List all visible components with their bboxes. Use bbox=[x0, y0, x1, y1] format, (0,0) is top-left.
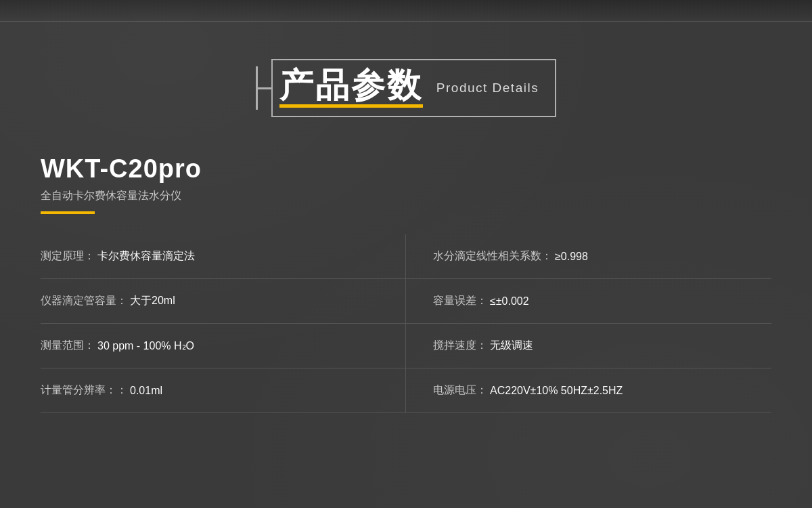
english-title: Product Details bbox=[436, 81, 539, 96]
spec-label-5: 搅拌速度： bbox=[433, 339, 487, 353]
spec-value-0: 卡尔费休容量滴定法 bbox=[97, 249, 195, 263]
specs-grid: 测定原理：卡尔费休容量滴定法水分滴定线性相关系数：≥0.998仪器滴定管容量：大… bbox=[41, 234, 771, 413]
spec-item-0: 测定原理：卡尔费休容量滴定法 bbox=[41, 234, 406, 279]
title-box: 产品参数 Product Details bbox=[271, 59, 556, 117]
spec-label-2: 仪器滴定管容量： bbox=[41, 294, 127, 308]
spec-item-1: 水分滴定线性相关系数：≥0.998 bbox=[406, 234, 771, 279]
spec-value-7: AC220V±10% 50HZ±2.5HZ bbox=[490, 385, 623, 397]
spec-value-1: ≥0.998 bbox=[555, 251, 588, 263]
product-subtitle: 全自动卡尔费休容量法水分仪 bbox=[41, 189, 771, 203]
spec-label-0: 测定原理： bbox=[41, 249, 95, 263]
bracket-horizontal-line bbox=[258, 87, 271, 89]
left-bracket bbox=[256, 66, 271, 110]
title-frame: 产品参数 Product Details bbox=[256, 59, 556, 117]
spec-item-3: 容量误差：≤±0.002 bbox=[406, 279, 771, 324]
spec-item-5: 搅拌速度：无级调速 bbox=[406, 324, 771, 368]
chinese-title: 产品参数 bbox=[279, 68, 423, 108]
spec-item-2: 仪器滴定管容量：大于20ml bbox=[41, 279, 406, 324]
spec-label-7: 电源电压： bbox=[433, 383, 487, 398]
spec-item-4: 测量范围：30 ppm - 100% H₂O bbox=[41, 324, 406, 368]
spec-value-5: 无级调速 bbox=[490, 339, 533, 353]
spec-label-6: 计量管分辨率：： bbox=[41, 383, 127, 398]
spec-item-6: 计量管分辨率：：0.01ml bbox=[41, 368, 406, 413]
spec-label-3: 容量误差： bbox=[433, 294, 487, 308]
product-model: WKT-C20pro bbox=[41, 154, 771, 184]
spec-value-4: 30 ppm - 100% H₂O bbox=[97, 339, 194, 352]
spec-label-1: 水分滴定线性相关系数： bbox=[433, 249, 552, 263]
spec-item-7: 电源电压：AC220V±10% 50HZ±2.5HZ bbox=[406, 368, 771, 413]
spec-label-4: 测量范围： bbox=[41, 339, 95, 353]
product-underline-accent bbox=[41, 211, 95, 214]
header-section: 产品参数 Product Details bbox=[41, 22, 771, 148]
spec-value-2: 大于20ml bbox=[130, 294, 175, 308]
product-section: WKT-C20pro 全自动卡尔费休容量法水分仪 测定原理：卡尔费休容量滴定法水… bbox=[41, 148, 771, 413]
top-bar bbox=[0, 0, 812, 22]
main-content: 产品参数 Product Details WKT-C20pro 全自动卡尔费休容… bbox=[0, 22, 812, 413]
spec-value-3: ≤±0.002 bbox=[490, 295, 529, 308]
spec-value-6: 0.01ml bbox=[130, 385, 162, 397]
